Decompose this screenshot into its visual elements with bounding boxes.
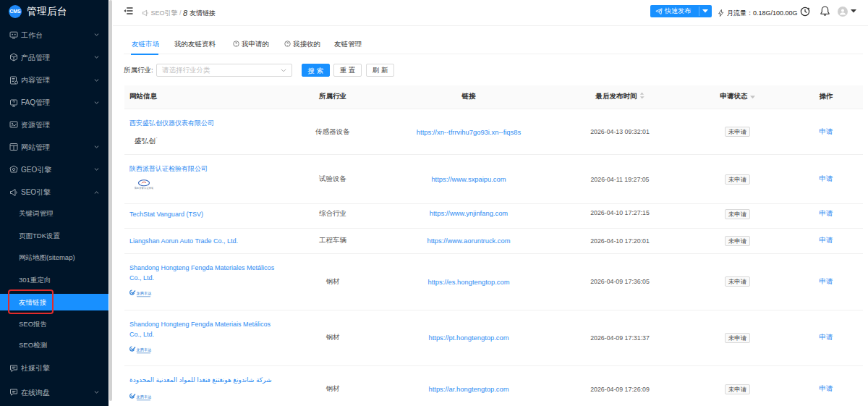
- svg-text:龙腾丰达: 龙腾丰达: [137, 394, 152, 399]
- svg-text:陕西派普认证检验: 陕西派普认证检验: [135, 186, 153, 190]
- svg-text:龙腾丰达: 龙腾丰达: [137, 347, 152, 352]
- svg-text:龙腾丰达: 龙腾丰达: [137, 290, 152, 295]
